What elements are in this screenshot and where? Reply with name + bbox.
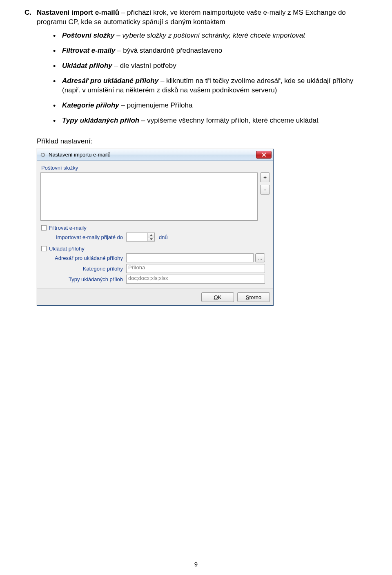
types-label: Typy ukládaných příloh bbox=[40, 276, 126, 282]
save-attachments-label: Ukládat přílohy bbox=[49, 246, 85, 252]
chevron-down-icon bbox=[150, 238, 153, 240]
bullet-term: Filtrovat e-maily bbox=[62, 47, 115, 54]
bullet-term: Kategorie přílohy bbox=[62, 101, 119, 109]
folders-section-label: Poštovní složky bbox=[41, 165, 269, 171]
dialog-body: Poštovní složky + - Filtrovat e-maily Im… bbox=[37, 161, 273, 289]
save-attachments-checkbox[interactable] bbox=[41, 246, 47, 251]
types-row: Typy ukládaných příloh doc;docx;xls;xlsx bbox=[40, 275, 270, 284]
list-item: Adresář pro ukládané přílohy – kliknutím… bbox=[53, 76, 359, 95]
list-item: Kategorie přílohy – pojmenujeme Příloha bbox=[53, 101, 359, 110]
ok-button[interactable]: OK bbox=[201, 292, 234, 302]
bullet-rest: – pojmenujeme Příloha bbox=[119, 101, 193, 109]
attachments-dir-input[interactable] bbox=[126, 253, 254, 262]
bullet-rest: – bývá standardně přednastaveno bbox=[115, 47, 222, 54]
category-label: Kategorie přílohy bbox=[40, 266, 126, 272]
cancel-underline: S bbox=[246, 294, 249, 300]
chevron-up-icon bbox=[150, 234, 153, 236]
bullet-list: Poštovní složky – vyberte složky z pošto… bbox=[53, 31, 359, 125]
spin-down-button[interactable] bbox=[148, 237, 154, 242]
bullet-term: Ukládat přílohy bbox=[62, 62, 112, 69]
import-days-row: Importovat e-maily přijaté do dnů bbox=[40, 233, 270, 242]
bullet-rest: – vypíšeme všechny formáty příloh, které… bbox=[139, 116, 318, 124]
cancel-button[interactable]: Storno bbox=[237, 292, 270, 302]
import-days-value[interactable] bbox=[127, 233, 147, 241]
title-bar: Nastavení importu e-mailů bbox=[37, 149, 273, 161]
bullet-rest: – vyberte složky z poštovní schránky, kt… bbox=[114, 31, 305, 39]
add-folder-button[interactable]: + bbox=[260, 172, 270, 182]
save-att-row: Ukládat přílohy bbox=[41, 246, 270, 252]
import-days-spinner[interactable] bbox=[126, 233, 155, 242]
list-item: Ukládat přílohy – dle vlastní potřeby bbox=[53, 61, 359, 71]
section-marker: C. bbox=[24, 8, 33, 27]
close-button[interactable] bbox=[256, 151, 272, 159]
attachments-dir-label: Adresář pro ukládané přílohy bbox=[40, 255, 126, 261]
browse-button[interactable]: … bbox=[255, 253, 265, 262]
heading-bold: Nastavení import e-mailů bbox=[37, 9, 119, 16]
example-label: Příklad nastavení: bbox=[37, 137, 359, 145]
ok-underline: O bbox=[214, 294, 218, 300]
filter-emails-checkbox[interactable] bbox=[41, 225, 47, 230]
window-title: Nastavení importu e-mailů bbox=[49, 152, 254, 158]
ok-rest: K bbox=[218, 294, 222, 300]
section-body: Nastavení import e-mailů – přichází krok… bbox=[37, 8, 359, 27]
spin-up-button[interactable] bbox=[148, 233, 154, 237]
list-item: Poštovní složky – vyberte složky z pošto… bbox=[53, 31, 359, 40]
filter-emails-row: Filtrovat e-maily bbox=[41, 225, 270, 231]
remove-folder-button[interactable]: - bbox=[260, 185, 270, 195]
section-heading: C. Nastavení import e-mailů – přichází k… bbox=[24, 8, 359, 27]
refresh-icon bbox=[40, 152, 46, 158]
close-icon bbox=[262, 152, 266, 157]
import-days-unit: dnů bbox=[159, 234, 168, 240]
folders-listbox[interactable] bbox=[40, 172, 258, 221]
dir-row: Adresář pro ukládané přílohy … bbox=[40, 253, 270, 262]
category-input[interactable]: Příloha bbox=[126, 264, 265, 273]
import-days-label: Importovat e-maily přijaté do bbox=[40, 234, 126, 240]
bullet-rest: – dle vlastní potřeby bbox=[112, 62, 176, 69]
dialog-window: Nastavení importu e-mailů Poštovní složk… bbox=[37, 149, 274, 306]
bullet-term: Poštovní složky bbox=[62, 31, 114, 39]
bullet-term: Adresář pro ukládané přílohy bbox=[62, 77, 158, 85]
category-row: Kategorie přílohy Příloha bbox=[40, 264, 270, 273]
types-input[interactable]: doc;docx;xls;xlsx bbox=[126, 275, 265, 284]
page-number: 9 bbox=[0, 561, 392, 568]
filter-emails-label: Filtrovat e-maily bbox=[49, 225, 87, 231]
cancel-rest: torno bbox=[249, 294, 262, 300]
list-item: Filtrovat e-maily – bývá standardně před… bbox=[53, 46, 359, 56]
bullet-term: Typy ukládaných příloh bbox=[62, 116, 139, 124]
list-item: Typy ukládaných příloh – vypíšeme všechn… bbox=[53, 116, 359, 125]
dialog-footer: OK Storno bbox=[37, 289, 273, 305]
